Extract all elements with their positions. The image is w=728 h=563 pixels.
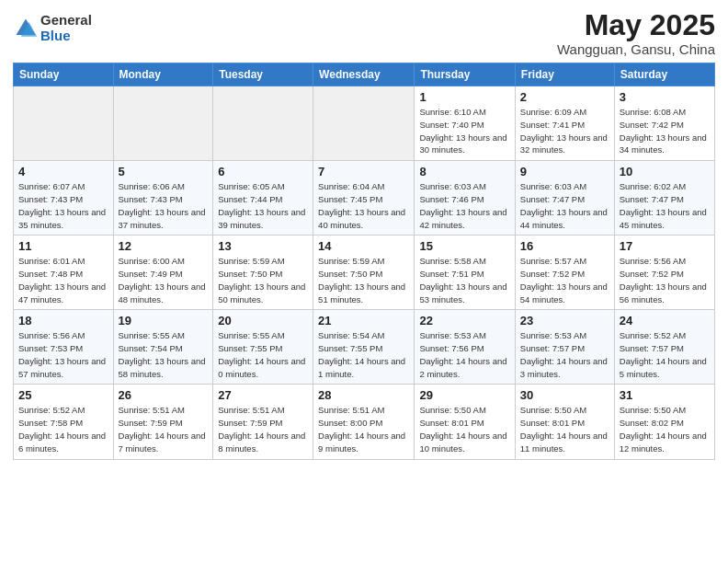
logo-general: General — [40, 13, 92, 29]
day-number: 8 — [419, 165, 509, 178]
table-row: 30Sunrise: 5:50 AM Sunset: 8:01 PM Dayli… — [515, 385, 614, 459]
day-detail: Sunrise: 6:01 AM Sunset: 7:48 PM Dayligh… — [18, 255, 108, 305]
day-number: 9 — [520, 165, 609, 178]
day-number: 29 — [419, 388, 509, 402]
table-row — [313, 86, 415, 161]
col-saturday: Saturday — [614, 63, 714, 86]
table-row — [14, 86, 114, 161]
day-number: 17 — [620, 239, 710, 253]
day-detail: Sunrise: 5:59 AM Sunset: 7:50 PM Dayligh… — [218, 255, 308, 305]
day-detail: Sunrise: 6:09 AM Sunset: 7:41 PM Dayligh… — [520, 106, 609, 156]
day-detail: Sunrise: 5:55 AM Sunset: 7:54 PM Dayligh… — [119, 329, 209, 380]
day-number: 18 — [18, 314, 108, 327]
table-row: 8Sunrise: 6:03 AM Sunset: 7:46 PM Daylig… — [415, 161, 515, 236]
table-row: 5Sunrise: 6:06 AM Sunset: 7:43 PM Daylig… — [113, 161, 213, 236]
day-number: 6 — [218, 165, 308, 178]
logo-icon — [13, 16, 39, 41]
day-number: 7 — [318, 165, 409, 178]
col-monday: Monday — [113, 63, 213, 86]
table-row: 10Sunrise: 6:02 AM Sunset: 7:47 PM Dayli… — [614, 161, 714, 236]
day-number: 23 — [520, 314, 609, 327]
day-detail: Sunrise: 5:56 AM Sunset: 7:52 PM Dayligh… — [620, 255, 710, 305]
page: General Blue May 2025 Wangguan, Gansu, C… — [0, 0, 728, 563]
table-row: 4Sunrise: 6:07 AM Sunset: 7:43 PM Daylig… — [14, 161, 114, 236]
day-detail: Sunrise: 5:58 AM Sunset: 7:51 PM Dayligh… — [419, 255, 509, 305]
table-row: 18Sunrise: 5:56 AM Sunset: 7:53 PM Dayli… — [14, 310, 114, 385]
day-number: 28 — [318, 388, 409, 402]
table-row: 22Sunrise: 5:53 AM Sunset: 7:56 PM Dayli… — [415, 310, 515, 385]
table-row: 29Sunrise: 5:50 AM Sunset: 8:01 PM Dayli… — [415, 385, 515, 459]
calendar-week-row: 18Sunrise: 5:56 AM Sunset: 7:53 PM Dayli… — [14, 310, 715, 385]
day-number: 16 — [520, 239, 609, 253]
day-detail: Sunrise: 5:51 AM Sunset: 7:59 PM Dayligh… — [218, 404, 308, 454]
day-number: 3 — [620, 90, 710, 104]
day-detail: Sunrise: 5:59 AM Sunset: 7:50 PM Dayligh… — [318, 255, 409, 305]
day-number: 12 — [119, 239, 209, 253]
table-row: 9Sunrise: 6:03 AM Sunset: 7:47 PM Daylig… — [515, 161, 614, 236]
day-number: 14 — [318, 239, 409, 253]
calendar-week-row: 25Sunrise: 5:52 AM Sunset: 7:58 PM Dayli… — [14, 385, 715, 459]
day-number: 31 — [620, 388, 710, 402]
col-tuesday: Tuesday — [213, 63, 313, 86]
day-number: 5 — [119, 165, 209, 178]
calendar-table: Sunday Monday Tuesday Wednesday Thursday… — [13, 63, 715, 459]
table-row: 28Sunrise: 5:51 AM Sunset: 8:00 PM Dayli… — [313, 385, 415, 459]
table-row: 3Sunrise: 6:08 AM Sunset: 7:42 PM Daylig… — [614, 86, 714, 161]
day-detail: Sunrise: 5:50 AM Sunset: 8:01 PM Dayligh… — [419, 404, 509, 454]
day-number: 4 — [18, 165, 108, 178]
day-detail: Sunrise: 6:00 AM Sunset: 7:49 PM Dayligh… — [119, 255, 209, 305]
col-wednesday: Wednesday — [313, 63, 415, 86]
table-row: 15Sunrise: 5:58 AM Sunset: 7:51 PM Dayli… — [415, 236, 515, 310]
day-detail: Sunrise: 5:54 AM Sunset: 7:55 PM Dayligh… — [318, 329, 409, 380]
day-detail: Sunrise: 6:06 AM Sunset: 7:43 PM Dayligh… — [119, 180, 209, 231]
day-number: 1 — [419, 90, 509, 104]
day-detail: Sunrise: 5:57 AM Sunset: 7:52 PM Dayligh… — [520, 255, 609, 305]
day-detail: Sunrise: 6:04 AM Sunset: 7:45 PM Dayligh… — [318, 180, 409, 231]
table-row: 7Sunrise: 6:04 AM Sunset: 7:45 PM Daylig… — [313, 161, 415, 236]
day-number: 15 — [419, 239, 509, 253]
day-detail: Sunrise: 5:50 AM Sunset: 8:02 PM Dayligh… — [620, 404, 710, 454]
day-detail: Sunrise: 5:52 AM Sunset: 7:58 PM Dayligh… — [18, 404, 108, 454]
table-row: 23Sunrise: 5:53 AM Sunset: 7:57 PM Dayli… — [515, 310, 614, 385]
calendar-week-row: 11Sunrise: 6:01 AM Sunset: 7:48 PM Dayli… — [14, 236, 715, 310]
table-row: 27Sunrise: 5:51 AM Sunset: 7:59 PM Dayli… — [213, 385, 313, 459]
table-row — [213, 86, 313, 161]
table-row: 21Sunrise: 5:54 AM Sunset: 7:55 PM Dayli… — [313, 310, 415, 385]
table-row: 12Sunrise: 6:00 AM Sunset: 7:49 PM Dayli… — [113, 236, 213, 310]
day-number: 20 — [218, 314, 308, 327]
day-detail: Sunrise: 5:56 AM Sunset: 7:53 PM Dayligh… — [18, 329, 108, 380]
header: General Blue May 2025 Wangguan, Gansu, C… — [13, 9, 715, 57]
day-number: 13 — [218, 239, 308, 253]
day-detail: Sunrise: 6:07 AM Sunset: 7:43 PM Dayligh… — [18, 180, 108, 231]
day-detail: Sunrise: 5:52 AM Sunset: 7:57 PM Dayligh… — [620, 329, 710, 380]
day-number: 19 — [119, 314, 209, 327]
day-number: 22 — [419, 314, 509, 327]
day-detail: Sunrise: 6:03 AM Sunset: 7:47 PM Dayligh… — [520, 180, 609, 231]
table-row: 6Sunrise: 6:05 AM Sunset: 7:44 PM Daylig… — [213, 161, 313, 236]
day-detail: Sunrise: 6:05 AM Sunset: 7:44 PM Dayligh… — [218, 180, 308, 231]
day-detail: Sunrise: 6:10 AM Sunset: 7:40 PM Dayligh… — [419, 106, 509, 156]
logo-blue: Blue — [40, 29, 92, 44]
day-detail: Sunrise: 5:55 AM Sunset: 7:55 PM Dayligh… — [218, 329, 308, 380]
day-number: 10 — [620, 165, 710, 178]
day-number: 11 — [18, 239, 108, 253]
table-row: 25Sunrise: 5:52 AM Sunset: 7:58 PM Dayli… — [14, 385, 114, 459]
day-detail: Sunrise: 5:53 AM Sunset: 7:56 PM Dayligh… — [419, 329, 509, 380]
calendar-week-row: 1Sunrise: 6:10 AM Sunset: 7:40 PM Daylig… — [14, 86, 715, 161]
table-row: 13Sunrise: 5:59 AM Sunset: 7:50 PM Dayli… — [213, 236, 313, 310]
day-number: 24 — [620, 314, 710, 327]
day-detail: Sunrise: 5:51 AM Sunset: 8:00 PM Dayligh… — [318, 404, 409, 454]
day-number: 30 — [520, 388, 609, 402]
table-row: 20Sunrise: 5:55 AM Sunset: 7:55 PM Dayli… — [213, 310, 313, 385]
day-detail: Sunrise: 5:51 AM Sunset: 7:59 PM Dayligh… — [119, 404, 209, 454]
day-detail: Sunrise: 6:02 AM Sunset: 7:47 PM Dayligh… — [620, 180, 710, 231]
calendar-week-row: 4Sunrise: 6:07 AM Sunset: 7:43 PM Daylig… — [14, 161, 715, 236]
calendar-header-row: Sunday Monday Tuesday Wednesday Thursday… — [14, 63, 715, 86]
table-row: 17Sunrise: 5:56 AM Sunset: 7:52 PM Dayli… — [614, 236, 714, 310]
day-detail: Sunrise: 6:08 AM Sunset: 7:42 PM Dayligh… — [620, 106, 710, 156]
day-number: 25 — [18, 388, 108, 402]
table-row: 19Sunrise: 5:55 AM Sunset: 7:54 PM Dayli… — [113, 310, 213, 385]
title-area: May 2025 Wangguan, Gansu, China — [557, 9, 715, 57]
col-thursday: Thursday — [415, 63, 515, 86]
col-sunday: Sunday — [14, 63, 114, 86]
